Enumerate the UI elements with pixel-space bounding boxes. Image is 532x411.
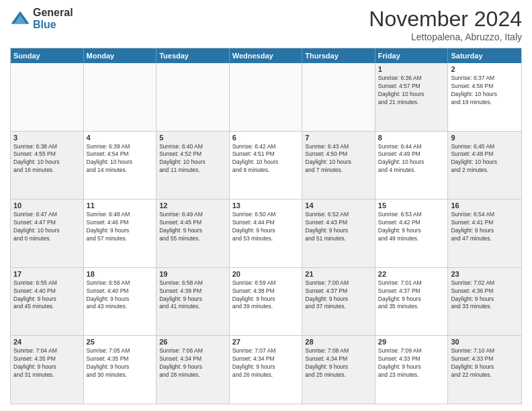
day-info: Sunrise: 6:58 AM Sunset: 4:39 PM Dayligh… [159, 279, 226, 312]
day-number: 15 [378, 201, 445, 210]
calendar-cell [11, 63, 84, 131]
day-number: 20 [232, 270, 300, 278]
location: Lettopalena, Abruzzo, Italy [369, 32, 522, 42]
weekday-header: Tuesday [157, 48, 230, 63]
day-info: Sunrise: 6:56 AM Sunset: 4:40 PM Dayligh… [87, 279, 154, 312]
calendar-cell: 27Sunrise: 7:07 AM Sunset: 4:34 PM Dayli… [230, 336, 303, 404]
calendar-cell: 9Sunrise: 6:45 AM Sunset: 4:48 PM Daylig… [448, 132, 521, 199]
day-info: Sunrise: 7:06 AM Sunset: 4:34 PM Dayligh… [159, 347, 226, 379]
calendar-cell: 29Sunrise: 7:09 AM Sunset: 4:33 PM Dayli… [375, 336, 449, 404]
day-number: 28 [305, 338, 372, 346]
day-info: Sunrise: 7:07 AM Sunset: 4:34 PM Dayligh… [232, 347, 300, 379]
day-number: 13 [232, 201, 300, 210]
day-number: 10 [13, 201, 81, 210]
header: General Blue November 2024 Lettopalena, … [10, 7, 522, 42]
day-number: 17 [13, 270, 81, 278]
day-number: 11 [87, 201, 154, 210]
day-number: 12 [159, 201, 226, 210]
day-number: 14 [305, 201, 372, 210]
day-number: 23 [451, 270, 519, 278]
calendar-body: 1Sunrise: 6:36 AM Sunset: 4:57 PM Daylig… [11, 63, 521, 404]
day-number: 5 [159, 134, 226, 142]
day-number: 26 [159, 338, 226, 346]
calendar-row: 24Sunrise: 7:04 AM Sunset: 4:35 PM Dayli… [11, 335, 521, 404]
day-number: 16 [451, 201, 519, 210]
day-info: Sunrise: 6:45 AM Sunset: 4:48 PM Dayligh… [451, 143, 519, 175]
logo: General Blue [10, 7, 73, 30]
weekday-header: Wednesday [230, 48, 303, 63]
calendar-cell: 20Sunrise: 6:59 AM Sunset: 4:38 PM Dayli… [230, 268, 303, 336]
calendar-cell: 7Sunrise: 6:43 AM Sunset: 4:50 PM Daylig… [302, 132, 375, 199]
weekday-header: Thursday [302, 48, 375, 63]
weekday-header: Friday [375, 48, 449, 63]
calendar-cell: 24Sunrise: 7:04 AM Sunset: 4:35 PM Dayli… [11, 336, 84, 404]
day-info: Sunrise: 6:48 AM Sunset: 4:46 PM Dayligh… [87, 211, 154, 243]
day-number: 6 [232, 134, 300, 142]
day-info: Sunrise: 6:38 AM Sunset: 4:55 PM Dayligh… [13, 143, 81, 175]
logo-general: General [33, 7, 73, 19]
calendar-cell: 19Sunrise: 6:58 AM Sunset: 4:39 PM Dayli… [157, 268, 230, 336]
day-info: Sunrise: 6:55 AM Sunset: 4:40 PM Dayligh… [13, 279, 81, 312]
day-number: 7 [305, 134, 372, 142]
day-number: 30 [451, 338, 519, 346]
calendar-cell: 14Sunrise: 6:52 AM Sunset: 4:43 PM Dayli… [302, 199, 375, 267]
calendar-cell: 11Sunrise: 6:48 AM Sunset: 4:46 PM Dayli… [84, 199, 157, 267]
calendar-cell: 10Sunrise: 6:47 AM Sunset: 4:47 PM Dayli… [11, 199, 84, 267]
day-info: Sunrise: 6:49 AM Sunset: 4:45 PM Dayligh… [159, 211, 226, 243]
day-number: 1 [378, 65, 445, 73]
calendar-cell [157, 63, 230, 131]
calendar-row: 17Sunrise: 6:55 AM Sunset: 4:40 PM Dayli… [11, 267, 521, 336]
weekday-header: Sunday [11, 48, 84, 63]
calendar-cell: 26Sunrise: 7:06 AM Sunset: 4:34 PM Dayli… [157, 336, 230, 404]
day-info: Sunrise: 7:01 AM Sunset: 4:37 PM Dayligh… [378, 279, 445, 312]
day-info: Sunrise: 7:04 AM Sunset: 4:35 PM Dayligh… [13, 347, 81, 379]
day-info: Sunrise: 7:05 AM Sunset: 4:35 PM Dayligh… [87, 347, 154, 379]
calendar-cell: 4Sunrise: 6:39 AM Sunset: 4:54 PM Daylig… [84, 132, 157, 199]
calendar-cell: 15Sunrise: 6:53 AM Sunset: 4:42 PM Dayli… [375, 199, 449, 267]
title-block: November 2024 Lettopalena, Abruzzo, Ital… [369, 7, 522, 42]
day-number: 3 [13, 134, 81, 142]
month-title: November 2024 [369, 7, 522, 32]
day-info: Sunrise: 6:53 AM Sunset: 4:42 PM Dayligh… [378, 211, 445, 243]
calendar-cell: 1Sunrise: 6:36 AM Sunset: 4:57 PM Daylig… [375, 63, 449, 131]
logo-icon [10, 9, 30, 29]
day-info: Sunrise: 6:40 AM Sunset: 4:52 PM Dayligh… [159, 143, 226, 175]
day-info: Sunrise: 6:42 AM Sunset: 4:51 PM Dayligh… [232, 143, 300, 175]
day-info: Sunrise: 7:02 AM Sunset: 4:36 PM Dayligh… [451, 279, 519, 312]
weekday-header: Monday [84, 48, 157, 63]
calendar-row: 1Sunrise: 6:36 AM Sunset: 4:57 PM Daylig… [11, 63, 521, 131]
calendar-cell: 8Sunrise: 6:44 AM Sunset: 4:49 PM Daylig… [375, 132, 449, 199]
weekday-header: Saturday [448, 48, 521, 63]
calendar-cell: 25Sunrise: 7:05 AM Sunset: 4:35 PM Dayli… [84, 336, 157, 404]
day-info: Sunrise: 6:37 AM Sunset: 4:56 PM Dayligh… [451, 75, 519, 107]
calendar-cell: 22Sunrise: 7:01 AM Sunset: 4:37 PM Dayli… [375, 268, 449, 336]
day-number: 19 [159, 270, 226, 278]
calendar-cell [230, 63, 303, 131]
calendar-cell [302, 63, 375, 131]
calendar-row: 10Sunrise: 6:47 AM Sunset: 4:47 PM Dayli… [11, 199, 521, 267]
day-info: Sunrise: 6:36 AM Sunset: 4:57 PM Dayligh… [378, 75, 445, 107]
calendar-cell: 5Sunrise: 6:40 AM Sunset: 4:52 PM Daylig… [157, 132, 230, 199]
day-info: Sunrise: 6:52 AM Sunset: 4:43 PM Dayligh… [305, 211, 372, 243]
calendar-cell: 16Sunrise: 6:54 AM Sunset: 4:41 PM Dayli… [448, 199, 521, 267]
calendar: SundayMondayTuesdayWednesdayThursdayFrid… [10, 48, 522, 404]
day-info: Sunrise: 6:54 AM Sunset: 4:41 PM Dayligh… [451, 211, 519, 243]
calendar-cell: 17Sunrise: 6:55 AM Sunset: 4:40 PM Dayli… [11, 268, 84, 336]
calendar-cell [84, 63, 157, 131]
day-info: Sunrise: 7:00 AM Sunset: 4:37 PM Dayligh… [305, 279, 372, 312]
logo-text: General Blue [33, 7, 73, 30]
calendar-cell: 3Sunrise: 6:38 AM Sunset: 4:55 PM Daylig… [11, 132, 84, 199]
page: General Blue November 2024 Lettopalena, … [0, 0, 532, 411]
day-info: Sunrise: 6:44 AM Sunset: 4:49 PM Dayligh… [378, 143, 445, 175]
calendar-cell: 21Sunrise: 7:00 AM Sunset: 4:37 PM Dayli… [302, 268, 375, 336]
day-info: Sunrise: 6:43 AM Sunset: 4:50 PM Dayligh… [305, 143, 372, 175]
calendar-cell: 28Sunrise: 7:08 AM Sunset: 4:34 PM Dayli… [302, 336, 375, 404]
day-info: Sunrise: 6:59 AM Sunset: 4:38 PM Dayligh… [232, 279, 300, 312]
day-number: 29 [378, 338, 445, 346]
day-number: 2 [451, 65, 519, 73]
calendar-cell: 6Sunrise: 6:42 AM Sunset: 4:51 PM Daylig… [230, 132, 303, 199]
day-number: 24 [13, 338, 81, 346]
day-info: Sunrise: 7:08 AM Sunset: 4:34 PM Dayligh… [305, 347, 372, 379]
day-number: 4 [87, 134, 154, 142]
day-info: Sunrise: 7:10 AM Sunset: 4:33 PM Dayligh… [451, 347, 519, 379]
